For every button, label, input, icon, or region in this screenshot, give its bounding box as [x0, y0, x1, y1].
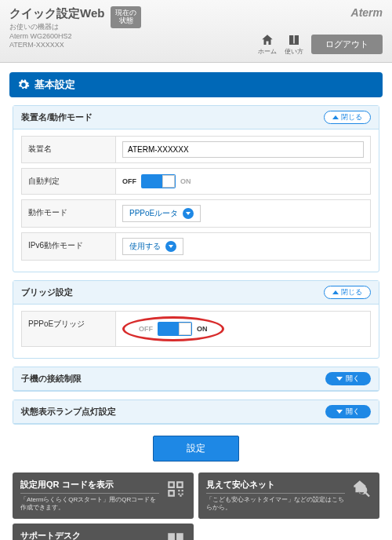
ipv6-select[interactable]: 使用する [122, 238, 183, 255]
app-header: クイック設定Web お使いの機器は Aterm WG2600HS2 ATERM-… [0, 0, 392, 63]
card-title: ブリッジ設定 [21, 286, 73, 298]
device-subtitle: お使いの機器は Aterm WG2600HS2 ATERM-XXXXXX [9, 23, 104, 50]
card-title: 装置名/動作モード [21, 111, 93, 123]
logout-button[interactable]: ログアウト [311, 35, 383, 54]
info-safety[interactable]: 見えて安心ネット 「こども安心ネットタイマー」などの設定はこちらから。 [198, 472, 379, 519]
row-auto-detect: 自動判定 OFF ON [21, 168, 371, 195]
toggle-off-label: OFF [122, 177, 136, 185]
card-lamp: 状態表示ランプ点灯設定 開く [13, 400, 379, 425]
toggle-on-label: ON [197, 325, 208, 333]
magnify-home-icon [351, 479, 372, 499]
card-bridge: ブリッジ設定 閉じる PPPoEブリッジ OFF ON [13, 280, 379, 359]
nav-home[interactable]: ホーム [258, 33, 277, 56]
section-title: 基本設定 [34, 78, 75, 92]
info-support[interactable]: サポートデスク Q&A、機能別設定ガイドなどの情報をご覧になれます。 [13, 524, 194, 540]
pppoe-bridge-toggle[interactable] [158, 322, 192, 336]
toggle-on-label: ON [180, 177, 191, 185]
expand-button[interactable]: 開く [325, 405, 371, 418]
expand-button[interactable]: 開く [325, 372, 371, 385]
info-title: 設定用QR コードを表示 [20, 479, 159, 494]
card-device-mode: 装置名/動作モード 閉じる 装置名 自動判定 OFF ON 動作モード [13, 105, 379, 272]
row-pppoe-bridge: PPPoEブリッジ OFF ON [21, 311, 371, 347]
auto-detect-toggle[interactable] [141, 174, 176, 188]
brand-logo: Aterm [351, 6, 383, 19]
apply-button[interactable]: 設定 [153, 436, 239, 462]
row-mode: 動作モード PPPoEルータ [21, 199, 371, 228]
header-left: クイック設定Web お使いの機器は Aterm WG2600HS2 ATERM-… [9, 6, 258, 50]
card-title: 子機の接続制限 [21, 373, 82, 385]
card-child-restriction: 子機の接続制限 開く [13, 367, 379, 392]
card-title: 状態表示ランプ点灯設定 [21, 406, 116, 418]
collapse-button[interactable]: 閉じる [324, 111, 371, 124]
home-icon [260, 33, 274, 47]
info-qr[interactable]: 設定用QR コードを表示 「AtermらくらくQRスタート」用のQRコードを作成… [13, 472, 194, 519]
collapse-button[interactable]: 閉じる [324, 286, 371, 299]
highlight-annotation: OFF ON [122, 316, 224, 341]
chevron-down-icon [183, 208, 194, 219]
info-desc: 「AtermらくらくQRスタート」用のQRコードを作成できます。 [20, 496, 159, 513]
qr-icon [165, 479, 186, 499]
info-desc: 「こども安心ネットタイマー」などの設定はこちらから。 [206, 496, 345, 513]
toggle-off-label: OFF [139, 325, 153, 333]
nav-help[interactable]: 使い方 [285, 33, 303, 56]
chevron-down-icon [165, 241, 176, 252]
current-status-button[interactable]: 現在の 状態 [111, 6, 141, 28]
page-title: クイック設定Web [9, 6, 104, 21]
device-name-input[interactable] [122, 141, 364, 158]
book-icon [165, 530, 186, 540]
section-title-bar: 基本設定 [9, 72, 383, 97]
row-device-name: 装置名 [21, 136, 371, 163]
gear-icon [17, 78, 30, 91]
book-icon [287, 33, 301, 47]
row-ipv6: IPv6動作モード 使用する [21, 232, 371, 261]
info-title: サポートデスク [20, 530, 159, 540]
mode-select[interactable]: PPPoEルータ [122, 205, 201, 222]
info-title: 見えて安心ネット [206, 479, 345, 494]
